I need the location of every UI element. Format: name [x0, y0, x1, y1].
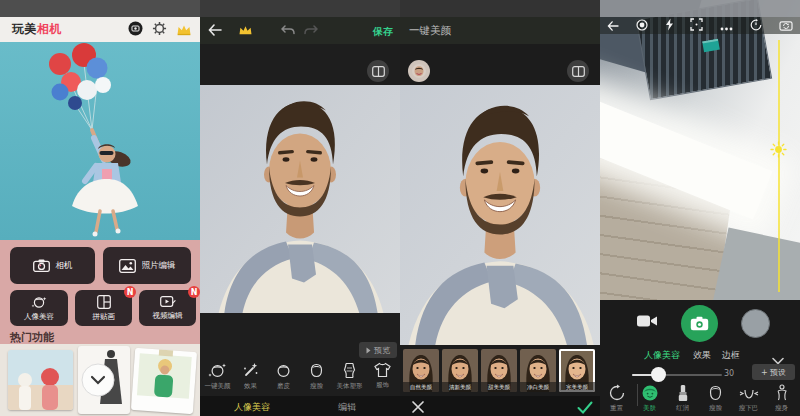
skin-face-icon: [641, 384, 659, 402]
page-title: 一键美颜: [409, 24, 451, 38]
collage-label: 拼贴画: [92, 312, 115, 322]
timer-icon[interactable]: [750, 16, 762, 35]
photo-edit-button-label: 照片编辑: [142, 260, 176, 272]
editor-screen: 保存: [200, 0, 400, 416]
tool-blush[interactable]: 红润: [666, 382, 699, 416]
status-bar: [200, 0, 400, 17]
switch-camera-icon[interactable]: [779, 16, 793, 35]
magic-wand-icon: [242, 362, 259, 379]
preset-item[interactable]: 净白美颜: [520, 349, 556, 392]
add-preset-button[interactable]: + 预设: [752, 364, 795, 380]
collage-icon: [97, 295, 111, 309]
exposure-sun-icon[interactable]: [770, 141, 787, 162]
home-screen: 玩美相机: [0, 0, 200, 416]
portrait-beauty-button[interactable]: 人像美容: [10, 290, 68, 326]
video-edit-button[interactable]: N 视频编辑: [139, 290, 196, 326]
tool-smooth-skin[interactable]: 磨皮: [267, 360, 300, 396]
photo-edit-button[interactable]: 照片编辑: [103, 247, 191, 284]
caret-icon: [366, 347, 371, 354]
beauty-tool-row: 重置 美肤 红润 瘦脸 瘦下巴: [600, 382, 800, 416]
video-edit-label: 视频编辑: [153, 311, 183, 321]
tab-edit[interactable]: 编辑: [338, 401, 356, 414]
photo-after: [400, 85, 600, 345]
compare-split-icon[interactable]: [567, 60, 589, 82]
body-icon: [342, 362, 357, 379]
flash-icon[interactable]: [665, 16, 674, 35]
shutter-button[interactable]: [681, 305, 718, 342]
settings-gear-icon[interactable]: [152, 21, 167, 40]
shirt-icon: [374, 362, 391, 378]
tool-face-slim[interactable]: 瘦脸: [300, 360, 333, 396]
preview-button-label: 预览: [374, 345, 390, 356]
tool-face-slim[interactable]: 瘦脸: [699, 382, 732, 416]
video-mode-icon[interactable]: [636, 313, 658, 333]
template-card-polaroid[interactable]: [131, 348, 197, 414]
beauty-slider-knob[interactable]: [651, 367, 666, 382]
redo-icon[interactable]: [304, 21, 318, 40]
beauty-slider-value: 30: [724, 369, 734, 378]
camera-screen: 人像美容 效果 边框 30 + 预设 重置 美肤: [600, 0, 800, 416]
collage-button[interactable]: N 拼贴画: [75, 290, 132, 326]
back-icon[interactable]: [607, 16, 619, 35]
app-title-black: 玩美: [12, 22, 37, 36]
body-slim-icon: [774, 384, 790, 402]
lipstick-icon: [677, 384, 689, 402]
photo-icon: [119, 259, 136, 273]
premium-crown-icon[interactable]: [238, 21, 253, 40]
editor-topbar: 保存: [200, 17, 400, 44]
template-card-beach[interactable]: [8, 350, 73, 410]
preview-button[interactable]: 预览: [359, 342, 397, 358]
editor-tabbar: 人像美容 编辑: [200, 396, 400, 416]
status-bar: [0, 0, 200, 17]
exposure-slider-line[interactable]: [778, 40, 780, 292]
reset-icon: [608, 384, 626, 402]
face-avatar-icon[interactable]: [408, 60, 430, 82]
tool-outfit[interactable]: 服饰: [366, 360, 399, 396]
tool-reset[interactable]: 重置: [600, 382, 633, 416]
tab-effects[interactable]: 效果: [693, 349, 711, 362]
editor-toolbar: 一键美颜 效果 磨皮 瘦脸 美体塑形 服饰: [201, 360, 399, 396]
app-title-red: 相机: [37, 22, 62, 36]
confirm-bar: [400, 396, 600, 416]
preset-item[interactable]: 自然美颜: [403, 349, 439, 392]
app-title: 玩美相机: [12, 21, 62, 38]
save-button[interactable]: 保存: [373, 25, 393, 39]
tool-effects[interactable]: 效果: [234, 360, 267, 396]
home-header: 玩美相机: [0, 17, 200, 42]
section-title: 热门功能: [10, 330, 54, 345]
tool-auto-beautify[interactable]: 一键美颜: [201, 360, 234, 396]
camera-button-label: 相机: [56, 260, 73, 272]
camera-button[interactable]: 相机: [10, 247, 95, 284]
beauty-slider-track[interactable]: [632, 374, 722, 376]
touch-capture-icon[interactable]: [636, 16, 648, 35]
template-card-clock[interactable]: [78, 346, 130, 414]
screenshot-root: 玩美相机: [0, 0, 800, 416]
tool-body-shaper[interactable]: 美体塑形: [333, 360, 366, 396]
gallery-thumbnail[interactable]: [741, 309, 770, 338]
tab-portrait-beauty[interactable]: 人像美容: [234, 401, 270, 414]
promo-apps-icon[interactable]: [128, 21, 143, 40]
preset-item[interactable]: 甜美美颜: [481, 349, 517, 392]
tool-chin[interactable]: 瘦下巴: [732, 382, 765, 416]
status-bar: [600, 0, 800, 17]
camera-controls: 人像美容 效果 边框 30 + 预设 重置 美肤: [600, 300, 800, 416]
compare-split-icon[interactable]: [367, 60, 389, 82]
undo-icon[interactable]: [281, 21, 295, 40]
cancel-icon[interactable]: [411, 399, 425, 416]
focus-frame-icon[interactable]: [690, 16, 703, 35]
preset-item[interactable]: 清新美颜: [442, 349, 478, 392]
preset-item-selected[interactable]: 完美美颜: [559, 349, 595, 392]
new-badge: N: [124, 286, 136, 298]
tool-body-slim[interactable]: 瘦身: [765, 382, 798, 416]
apply-check-icon[interactable]: [577, 399, 593, 416]
premium-crown-icon[interactable]: [176, 21, 192, 40]
tab-portrait-beauty[interactable]: 人像美容: [644, 349, 680, 362]
status-bar: [400, 0, 600, 17]
featured-templates: [0, 344, 200, 416]
more-options-icon[interactable]: [720, 16, 733, 35]
photo-before: [200, 85, 400, 313]
tool-skin[interactable]: 美肤: [633, 382, 666, 416]
tab-frames[interactable]: 边框: [722, 349, 740, 362]
chin-icon: [739, 384, 759, 402]
back-icon[interactable]: [208, 21, 222, 40]
